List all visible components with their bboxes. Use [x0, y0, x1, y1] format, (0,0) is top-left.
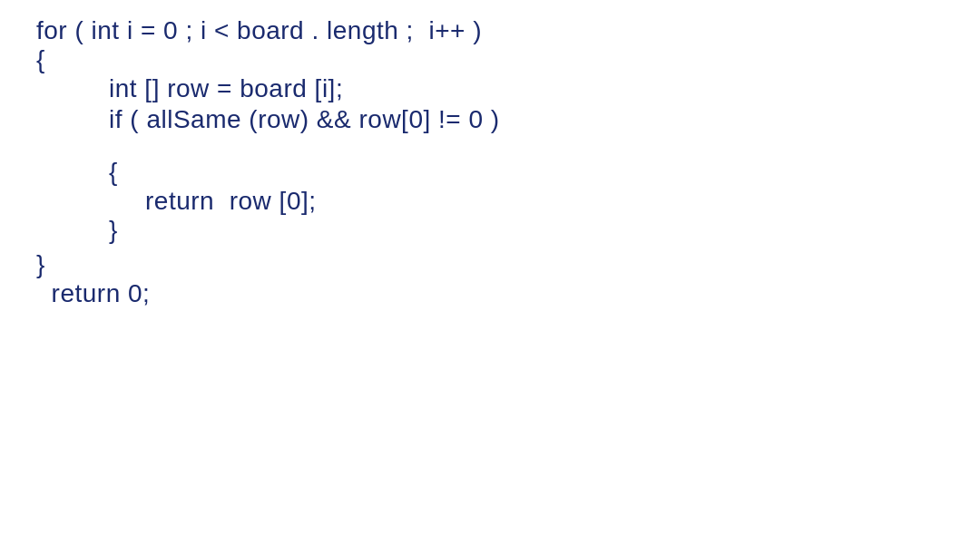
- code-line-close-brace-1: }: [36, 252, 944, 277]
- code-line-if: if ( allSame (row) && row[0] != 0 ): [36, 107, 944, 132]
- code-text: if ( allSame (row) && row[0] != 0 ): [109, 107, 500, 132]
- code-text: for ( int i = 0 ; i < board . length ; i…: [36, 18, 482, 44]
- code-line-open-brace-1: {: [36, 47, 944, 73]
- code-text: {: [36, 47, 45, 73]
- code-line-int-row: int [] row = board [i];: [36, 76, 944, 102]
- code-text: }: [109, 218, 118, 243]
- code-text: return 0;: [36, 281, 150, 306]
- code-line-close-brace-2: }: [36, 218, 944, 243]
- code-text: {: [109, 160, 118, 185]
- code-text: }: [36, 252, 45, 277]
- code-line-open-brace-2: {: [36, 160, 944, 185]
- code-line-for: for ( int i = 0 ; i < board . length ; i…: [36, 18, 944, 44]
- code-line-empty: [36, 141, 944, 158]
- code-line-return-0: return 0;: [36, 281, 944, 306]
- code-text: return row [0];: [145, 189, 317, 214]
- code-text: int [] row = board [i];: [109, 76, 343, 102]
- code-line-return-row: return row [0];: [36, 189, 944, 214]
- code-display: for ( int i = 0 ; i < board . length ; i…: [0, 0, 980, 535]
